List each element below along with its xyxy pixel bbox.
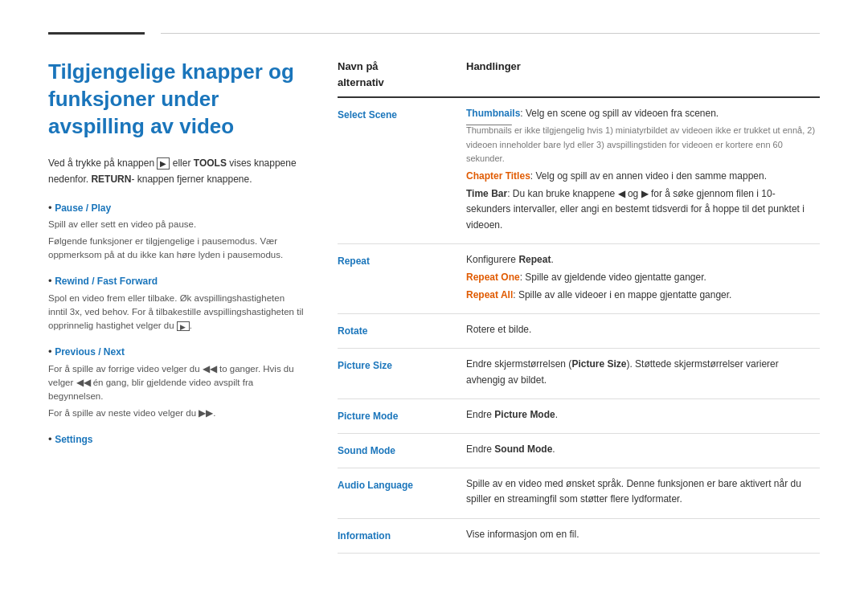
row-name-audio-language: Audio Language (338, 476, 466, 509)
top-bar-left-line (48, 32, 145, 35)
right-column: Navn påalternativ Handlinger Select Scen… (338, 59, 820, 554)
row-name-select-scene: Select Scene (338, 106, 466, 235)
bullet-title-previous-next: Previous / Next (55, 346, 125, 358)
bullet-settings: Settings (48, 431, 305, 447)
row-picture-mode: Picture Mode Endre Picture Mode. (338, 399, 820, 434)
bullet-title-settings: Settings (55, 434, 92, 445)
bullet-rewind: Rewind / Fast Forward Spol en video frem… (48, 273, 305, 333)
row-content-rotate: Rotere et bilde. (466, 322, 820, 340)
row-rotate: Rotate Rotere et bilde. (338, 314, 820, 349)
row-select-scene: Select Scene Thumbnails: Velg en scene o… (338, 98, 820, 244)
bullet-title-pause-play: Pause / Play (55, 202, 111, 214)
table-header: Navn påalternativ Handlinger (338, 59, 820, 98)
main-content: Tilgjengelige knapper og funksjoner unde… (48, 59, 820, 554)
row-sound-mode: Sound Mode Endre Sound Mode. (338, 434, 820, 468)
top-bar (48, 32, 820, 35)
row-information: Information Vise informasjon om en fil. (338, 519, 820, 554)
row-audio-language: Audio Language Spille av en video med øn… (338, 468, 820, 518)
col-name-header: Navn påalternativ (338, 59, 466, 90)
row-name-picture-mode: Picture Mode (338, 407, 466, 425)
top-bar-right-line (161, 33, 820, 34)
row-repeat: Repeat Konfigurere Repeat. Repeat One: S… (338, 244, 820, 315)
row-name-rotate: Rotate (338, 322, 466, 340)
row-name-information: Information (338, 527, 466, 545)
bullet-desc-pause-play-1: Spill av eller sett en video på pause. (48, 218, 305, 231)
bullet-desc-previous-next-1: For å spille av forrige video velger du … (48, 362, 305, 404)
page-title: Tilgjengelige knapper og funksjoner unde… (48, 59, 305, 140)
row-name-picture-size: Picture Size (338, 357, 466, 390)
row-content-picture-mode: Endre Picture Mode. (466, 407, 820, 425)
row-content-picture-size: Endre skjermstørrelsen (Picture Size). S… (466, 357, 820, 390)
intro-text: Ved å trykke på knappen ▶ eller TOOLS vi… (48, 156, 305, 186)
row-content-audio-language: Spille av en video med ønsket språk. Den… (466, 476, 820, 509)
bullet-list: Pause / Play Spill av eller sett en vide… (48, 200, 305, 447)
row-content-select-scene: Thumbnails: Velg en scene og spill av vi… (466, 106, 820, 235)
bullet-previous-next: Previous / Next For å spille av forrige … (48, 344, 305, 420)
row-content-information: Vise informasjon om en fil. (466, 527, 820, 545)
page: Tilgjengelige knapper og funksjoner unde… (0, 0, 868, 613)
bullet-desc-pause-play-2: Følgende funksjoner er tilgjengelige i p… (48, 235, 305, 263)
bullet-desc-rewind: Spol en video frem eller tilbake. Øk avs… (48, 292, 305, 333)
row-content-sound-mode: Endre Sound Mode. (466, 442, 820, 460)
left-column: Tilgjengelige knapper og funksjoner unde… (48, 59, 305, 554)
bullet-pause-play: Pause / Play Spill av eller sett en vide… (48, 200, 305, 262)
col-actions-header: Handlinger (466, 59, 820, 90)
row-content-repeat: Konfigurere Repeat. Repeat One: Spille a… (466, 252, 820, 306)
play-icon: ▶ (177, 321, 190, 331)
row-name-repeat: Repeat (338, 252, 466, 306)
bullet-title-rewind: Rewind / Fast Forward (55, 276, 158, 287)
row-name-sound-mode: Sound Mode (338, 442, 466, 460)
row-picture-size: Picture Size Endre skjermstørrelsen (Pic… (338, 349, 820, 398)
bullet-desc-previous-next-2: For å spille av neste video velger du ▶▶… (48, 407, 305, 420)
